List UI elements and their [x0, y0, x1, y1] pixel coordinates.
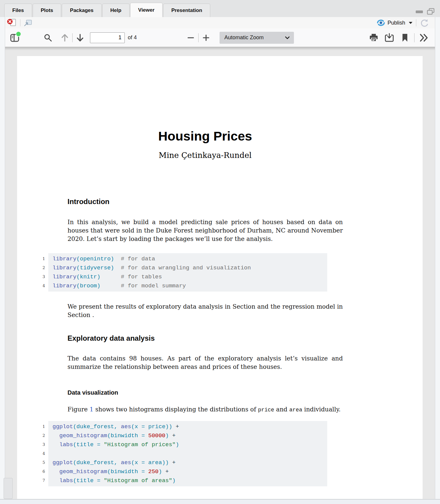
- tools-menu-icon[interactable]: [418, 32, 430, 43]
- zoom-out-icon[interactable]: [185, 32, 196, 43]
- toolbar-separator: [414, 33, 415, 42]
- search-icon[interactable]: [42, 32, 54, 43]
- figure-text: Figure: [67, 406, 90, 413]
- code-line: 3 library(knitr) # for tables: [52, 272, 323, 281]
- heading-eda: Exploratory data analysis: [67, 334, 155, 342]
- heading-data-visualization: Data visualization: [67, 389, 118, 396]
- toolbar-separator: [20, 19, 20, 26]
- code-line: 4 library(broom) # for model summary: [52, 281, 323, 290]
- line-number: 1: [37, 254, 45, 263]
- pdf-viewer-canvas[interactable]: Housing Prices Mine Çetinkaya-Rundel Int…: [5, 47, 435, 499]
- figure-text: individually.: [302, 406, 341, 413]
- line-number: 6: [37, 467, 45, 476]
- next-page-icon[interactable]: [74, 32, 86, 43]
- zoom-in-icon[interactable]: [200, 32, 212, 43]
- publish-icon: [377, 19, 385, 27]
- bookmark-icon[interactable]: [399, 32, 411, 43]
- code-block-libraries: 1 library(openintro) # for data 2 librar…: [48, 253, 327, 292]
- line-number: 5: [37, 458, 45, 467]
- line-number: 3: [37, 272, 45, 281]
- chevron-down-icon: [285, 36, 290, 39]
- notification-dot: [16, 31, 21, 37]
- tab-files[interactable]: Files: [4, 4, 32, 17]
- code-line: 3 labs(title = "Histogram of prices"): [52, 440, 323, 449]
- publish-label: Publish: [388, 20, 405, 26]
- toolbar-separator: [198, 33, 199, 42]
- minimize-pane-icon[interactable]: [415, 9, 423, 13]
- page-number-input[interactable]: [90, 32, 125, 43]
- paragraph-sections: We present the results of exploratory da…: [67, 302, 343, 319]
- previous-page-icon[interactable]: [59, 32, 70, 43]
- code-line: 5 ggplot(duke_forest, aes(x = area)) +: [52, 458, 323, 467]
- publish-dropdown-caret[interactable]: [409, 22, 412, 24]
- code-line: 2 geom_histogram(binwidth = 50000) +: [52, 431, 323, 440]
- pdf-toolbar: of 4 Automatic Zoom: [5, 28, 435, 47]
- code-block-ggplot: 1 ggplot(duke_forest, aes(x = price)) + …: [48, 421, 327, 486]
- tab-viewer[interactable]: Viewer: [130, 3, 163, 17]
- print-icon[interactable]: [368, 32, 379, 43]
- publish-button[interactable]: Publish: [377, 19, 412, 27]
- tab-help[interactable]: Help: [102, 4, 130, 17]
- figure-text: shows two histograms displaying the dist…: [93, 406, 258, 413]
- inline-code-area: area: [289, 407, 302, 413]
- tab-packages[interactable]: Packages: [62, 4, 101, 17]
- zoom-select[interactable]: Automatic Zoom: [220, 32, 294, 44]
- left-scrollbar-gutter: [0, 17, 5, 499]
- refresh-icon[interactable]: [420, 18, 429, 27]
- pane-window-buttons: [415, 8, 435, 15]
- tab-presentation[interactable]: Presentation: [163, 4, 210, 17]
- line-number: 7: [37, 476, 45, 485]
- rstudio-viewer-pane: Files Plots Packages Help Viewer Present…: [0, 0, 440, 504]
- paragraph-introduction: In this analysis, we build a model predi…: [67, 218, 343, 243]
- toolbar-separator: [416, 19, 416, 26]
- paragraph-eda: The data contains 98 houses. As part of …: [67, 354, 343, 371]
- pane-tabs: Files Plots Packages Help Viewer Present…: [4, 3, 211, 17]
- open-in-new-window-icon[interactable]: [23, 19, 32, 27]
- pane-bottom-edge: [0, 499, 440, 504]
- line-number: 2: [37, 431, 45, 440]
- viewer-pane-content: Publish: [5, 17, 435, 499]
- line-number: 4: [37, 449, 45, 458]
- code-line: 1 library(openintro) # for data: [52, 254, 323, 263]
- heading-introduction: Introduction: [67, 197, 109, 206]
- clear-viewer-button[interactable]: [7, 18, 17, 27]
- figure-1-link[interactable]: 1: [90, 406, 94, 413]
- document-title: Housing Prices: [67, 129, 343, 144]
- pdf-page: Housing Prices Mine Çetinkaya-Rundel Int…: [17, 56, 423, 499]
- page-count-label: of 4: [128, 34, 137, 41]
- code-line: 4: [52, 449, 323, 458]
- line-number: 4: [37, 281, 45, 290]
- document-author: Mine Çetinkaya-Rundel: [67, 151, 343, 160]
- zoom-select-label: Automatic Zoom: [224, 34, 264, 41]
- toolbar-separator: [72, 33, 73, 42]
- tab-plots[interactable]: Plots: [33, 4, 61, 17]
- line-number: 2: [37, 263, 45, 272]
- right-scrollbar-gutter: [435, 17, 440, 499]
- scrollbar-thumb[interactable]: [4, 478, 13, 499]
- paragraph-figure: Figure 1 shows two histograms displaying…: [67, 405, 343, 414]
- pane-tab-bar: Files Plots Packages Help Viewer Present…: [0, 0, 440, 17]
- download-icon[interactable]: [384, 32, 395, 43]
- inline-code-price: price: [258, 407, 274, 413]
- viewer-toolbar: Publish: [5, 17, 435, 29]
- maximize-pane-icon[interactable]: [427, 8, 435, 15]
- code-line: 1 ggplot(duke_forest, aes(x = price)) +: [52, 422, 323, 431]
- sidebar-toggle-icon[interactable]: [9, 32, 21, 43]
- line-number: 1: [37, 422, 45, 431]
- code-line: 7 labs(title = "Histogram of areas"): [52, 476, 323, 485]
- code-line: 2 library(tidyverse) # for data wranglin…: [52, 263, 323, 272]
- figure-text: and: [274, 406, 289, 413]
- line-number: 3: [37, 440, 45, 449]
- code-line: 6 geom_histogram(binwidth = 250) +: [52, 467, 323, 476]
